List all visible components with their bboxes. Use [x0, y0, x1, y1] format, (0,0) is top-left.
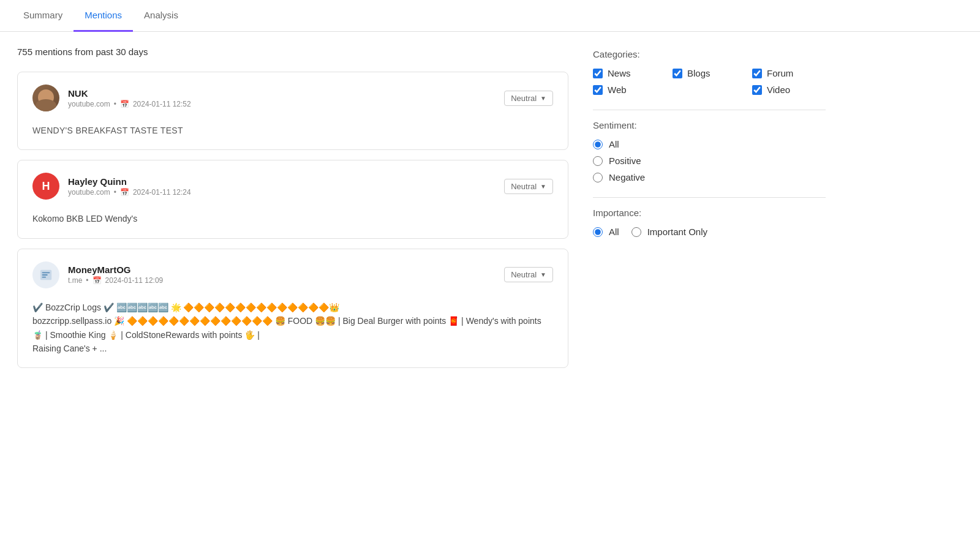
author-info-hayley: Hayley Quinn youtube.com • 📅 2024-01-11 … — [68, 176, 191, 197]
radio-label-sentiment-positive: Positive — [609, 156, 641, 166]
date-nuk: 2024-01-11 12:52 — [133, 100, 191, 108]
svg-rect-1 — [42, 272, 50, 273]
author-name-nuk: NUK — [68, 88, 191, 99]
checkbox-input-video[interactable] — [752, 85, 762, 95]
mention-card-nuk: NUK youtube.com • 📅 2024-01-11 12:52 Neu… — [17, 72, 568, 150]
card-header-moneymart: MoneyMartOG t.me • 📅 2024-01-11 12:09 Ne… — [32, 261, 553, 288]
divider-1 — [593, 110, 826, 110]
source-moneymart: t.me — [68, 276, 82, 285]
radio-input-sentiment-negative[interactable] — [593, 173, 603, 182]
radio-input-importance-important[interactable] — [631, 227, 641, 237]
categories-filter: Categories: News Blogs Forum Web — [593, 49, 826, 95]
source-hayley: youtube.com — [68, 188, 110, 197]
card-content-nuk: WENDY'S BREAKFAST TASTE TEST — [32, 121, 553, 137]
tab-summary[interactable]: Summary — [12, 0, 74, 32]
tab-mentions[interactable]: Mentions — [74, 0, 133, 32]
avatar-moneymart — [32, 261, 59, 288]
sentiment-filter: Sentiment: All Positive Negative — [593, 120, 826, 182]
filters-sidebar: Categories: News Blogs Forum Web — [593, 47, 826, 378]
categories-grid: News Blogs Forum Web Video — [593, 68, 826, 95]
svg-rect-2 — [42, 274, 48, 276]
author-name-hayley: Hayley Quinn — [68, 176, 191, 187]
date-moneymart: 2024-01-11 12:09 — [105, 276, 164, 285]
sentiment-badge-moneymart[interactable]: Neutral ▼ — [504, 267, 553, 282]
date-hayley: 2024-01-11 12:24 — [133, 188, 191, 197]
card-content-hayley: Kokomo BKB LED Wendy's — [32, 209, 553, 225]
radio-sentiment-positive[interactable]: Positive — [593, 156, 826, 166]
dot-moneymart: • — [86, 276, 88, 285]
avatar-hayley: H — [32, 173, 59, 200]
checkbox-input-news[interactable] — [593, 69, 603, 78]
checkbox-web[interactable]: Web — [593, 84, 666, 95]
mention-count: 755 mentions from past 30 days — [17, 47, 568, 57]
radio-input-sentiment-positive[interactable] — [593, 156, 603, 166]
sentiment-label-hayley: Neutral — [511, 182, 537, 191]
main-layout: 755 mentions from past 30 days NUK youtu… — [0, 32, 980, 392]
divider-2 — [593, 197, 826, 198]
sentiment-label: Sentiment: — [593, 120, 826, 130]
author-name-moneymart: MoneyMartOG — [68, 265, 163, 275]
cal-icon-nuk: 📅 — [120, 100, 129, 108]
sentiment-badge-hayley[interactable]: Neutral ▼ — [504, 179, 553, 194]
author-meta-nuk: youtube.com • 📅 2024-01-11 12:52 — [68, 100, 191, 108]
dot-hayley: • — [114, 188, 116, 197]
card-content-moneymart: ✔️ BozzCrip Logs ✔️ 🔤🔤🔤🔤🔤 🌟 🔶🔶🔶🔶🔶🔶🔶🔶🔶🔶🔶🔶… — [32, 298, 553, 356]
radio-importance-important[interactable]: Important Only — [631, 227, 707, 237]
mention-card-hayley: H Hayley Quinn youtube.com • 📅 2024-01-1… — [17, 160, 568, 238]
radio-importance-all[interactable]: All — [593, 227, 619, 237]
radio-sentiment-all[interactable]: All — [593, 139, 826, 149]
tab-analysis[interactable]: Analysis — [133, 0, 189, 32]
dot-nuk: • — [114, 100, 116, 108]
chevron-icon-nuk: ▼ — [540, 95, 546, 102]
sentiment-label-moneymart: Neutral — [511, 270, 537, 279]
checkbox-input-web[interactable] — [593, 85, 603, 95]
author-meta-moneymart: t.me • 📅 2024-01-11 12:09 — [68, 276, 163, 285]
author-meta-hayley: youtube.com • 📅 2024-01-11 12:24 — [68, 188, 191, 197]
radio-label-importance-all: All — [609, 227, 619, 237]
importance-label: Importance: — [593, 208, 826, 218]
radio-input-sentiment-all[interactable] — [593, 140, 603, 149]
svg-rect-3 — [42, 277, 46, 278]
tabs-nav: Summary Mentions Analysis — [0, 0, 980, 32]
checkbox-label-blogs: Blogs — [687, 68, 710, 78]
card-author-nuk: NUK youtube.com • 📅 2024-01-11 12:52 — [32, 84, 191, 111]
card-header-nuk: NUK youtube.com • 📅 2024-01-11 12:52 Neu… — [32, 84, 553, 111]
source-nuk: youtube.com — [68, 100, 110, 108]
checkbox-input-forum[interactable] — [752, 69, 762, 78]
content-area: 755 mentions from past 30 days NUK youtu… — [17, 47, 568, 378]
checkbox-news[interactable]: News — [593, 68, 666, 78]
author-info-moneymart: MoneyMartOG t.me • 📅 2024-01-11 12:09 — [68, 265, 163, 285]
card-author-moneymart: MoneyMartOG t.me • 📅 2024-01-11 12:09 — [32, 261, 163, 288]
checkbox-blogs[interactable]: Blogs — [673, 68, 746, 78]
cal-icon-moneymart: 📅 — [92, 276, 102, 285]
chevron-icon-hayley: ▼ — [540, 183, 546, 190]
checkbox-forum[interactable]: Forum — [752, 68, 826, 78]
checkbox-input-blogs[interactable] — [673, 69, 682, 78]
card-author-hayley: H Hayley Quinn youtube.com • 📅 2024-01-1… — [32, 173, 191, 200]
radio-label-sentiment-all: All — [609, 139, 619, 149]
checkbox-label-video: Video — [767, 84, 790, 95]
importance-filter: Importance: All Important Only — [593, 208, 826, 237]
chevron-icon-moneymart: ▼ — [540, 271, 546, 278]
checkbox-video[interactable]: Video — [752, 84, 826, 95]
checkbox-label-news: News — [608, 68, 631, 78]
categories-label: Categories: — [593, 49, 826, 59]
sentiment-badge-nuk[interactable]: Neutral ▼ — [504, 91, 553, 106]
radio-label-importance-important: Important Only — [647, 227, 707, 237]
radio-label-sentiment-negative: Negative — [609, 172, 645, 182]
checkbox-label-forum: Forum — [767, 68, 793, 78]
radio-sentiment-negative[interactable]: Negative — [593, 172, 826, 182]
card-header-hayley: H Hayley Quinn youtube.com • 📅 2024-01-1… — [32, 173, 553, 200]
checkbox-label-web: Web — [608, 84, 627, 95]
avatar-nuk — [32, 84, 59, 111]
mention-card-moneymart: MoneyMartOG t.me • 📅 2024-01-11 12:09 Ne… — [17, 249, 568, 369]
cal-icon-hayley: 📅 — [120, 188, 129, 197]
importance-radio-group: All Important Only — [593, 227, 826, 237]
radio-input-importance-all[interactable] — [593, 227, 603, 237]
sentiment-radio-group: All Positive Negative — [593, 139, 826, 182]
sentiment-label-nuk: Neutral — [511, 94, 537, 103]
author-info-nuk: NUK youtube.com • 📅 2024-01-11 12:52 — [68, 88, 191, 108]
